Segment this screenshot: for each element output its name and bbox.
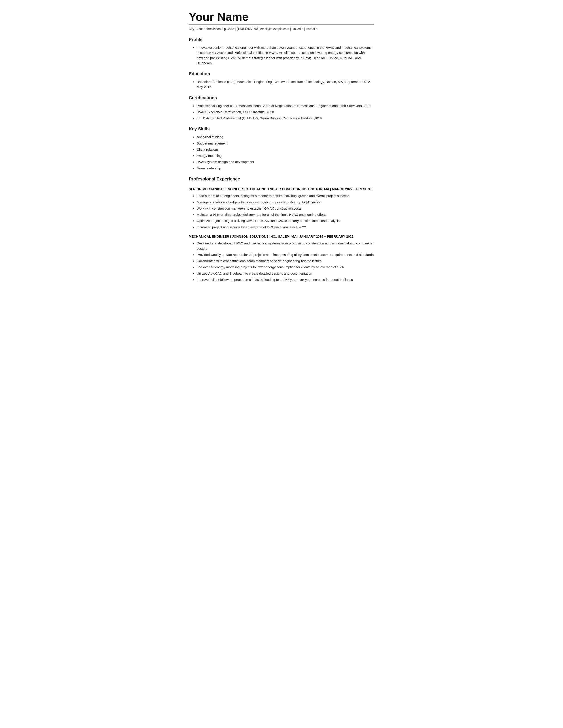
- list-item: Manage and allocate budgets for pre-cons…: [197, 200, 374, 205]
- list-item: Maintain a 95% on-time project delivery …: [197, 212, 374, 217]
- list-item: Designed and developed HVAC and mechanic…: [197, 241, 374, 251]
- profile-list: Innovative senior mechanical engineer wi…: [189, 45, 374, 66]
- education-section-title: Education: [189, 70, 374, 77]
- list-item: HVAC Excellence Certification, ESCO Inst…: [197, 109, 374, 114]
- contact-line: City, State Abbreviation Zip Code | (123…: [189, 27, 374, 31]
- job-title: MECHANICAL ENGINEER | JOHNSON SOLUTIONS …: [189, 234, 374, 239]
- list-item: Bachelor of Science (B.S.) Mechanical En…: [197, 79, 374, 90]
- list-item: Increased project acquisitions by an ave…: [197, 225, 374, 230]
- list-item: Innovative senior mechanical engineer wi…: [197, 45, 374, 66]
- list-item: Work with construction managers to estab…: [197, 206, 374, 211]
- profile-section-title: Profile: [189, 36, 374, 43]
- job-title: SENIOR MECHANICAL ENGINEER | CTI HEATING…: [189, 187, 374, 192]
- certifications-section-title: Certifications: [189, 94, 374, 101]
- list-item: HVAC system design and development: [197, 159, 374, 164]
- certifications-list: Professional Engineer (PE), Massachusett…: [189, 103, 374, 121]
- job-bullets-list: Designed and developed HVAC and mechanic…: [189, 241, 374, 282]
- professional-experience-section-title: Professional Experience: [189, 176, 374, 182]
- jobs-container: SENIOR MECHANICAL ENGINEER | CTI HEATING…: [189, 187, 374, 282]
- list-item: Team leadership: [197, 166, 374, 171]
- name-divider: [189, 24, 374, 24]
- list-item: Collaborated with cross-functional team …: [197, 258, 374, 263]
- list-item: Analytical thinking: [197, 134, 374, 139]
- list-item: Utilized AutoCAD and Bluebeam to create …: [197, 271, 374, 276]
- list-item: Professional Engineer (PE), Massachusett…: [197, 103, 374, 108]
- resume-name: Your Name: [189, 11, 374, 23]
- list-item: LEED Accredited Professional (LEED AP), …: [197, 116, 374, 121]
- list-item: Budget management: [197, 141, 374, 146]
- list-item: Energy modeling: [197, 153, 374, 158]
- list-item: Led over 40 energy modeling projects to …: [197, 265, 374, 270]
- list-item: Improved client follow-up procedures in …: [197, 277, 374, 282]
- list-item: Optimize project designs utilizing Revit…: [197, 218, 374, 223]
- list-item: Lead a team of 12 engineers, acting as a…: [197, 193, 374, 198]
- list-item: Provided weekly update reports for 20 pr…: [197, 252, 374, 257]
- list-item: Client relations: [197, 147, 374, 152]
- key-skills-list: Analytical thinkingBudget managementClie…: [189, 134, 374, 171]
- key-skills-section-title: Key Skills: [189, 126, 374, 132]
- job-bullets-list: Lead a team of 12 engineers, acting as a…: [189, 193, 374, 230]
- education-list: Bachelor of Science (B.S.) Mechanical En…: [189, 79, 374, 90]
